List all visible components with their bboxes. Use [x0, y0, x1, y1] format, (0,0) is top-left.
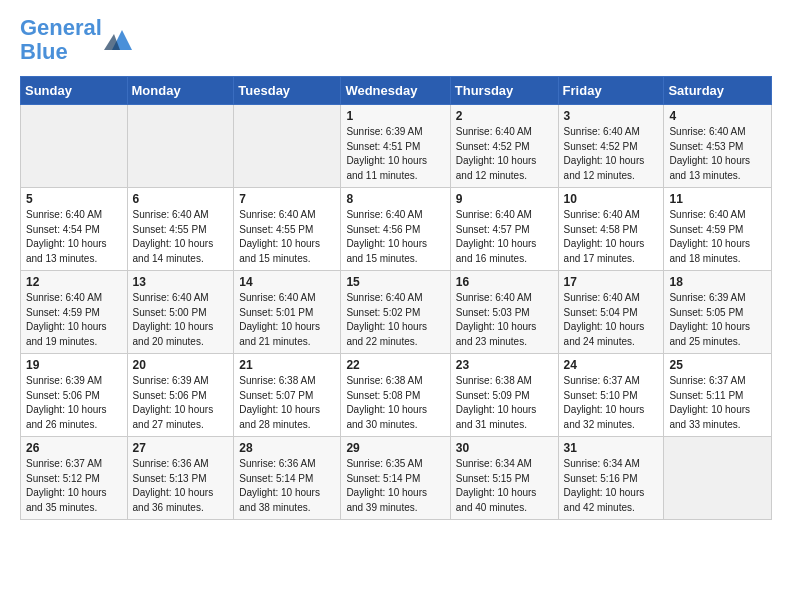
day-info: Sunrise: 6:38 AM Sunset: 5:07 PM Dayligh… [239, 374, 335, 432]
calendar-cell: 30Sunrise: 6:34 AM Sunset: 5:15 PM Dayli… [450, 437, 558, 520]
calendar-cell: 4Sunrise: 6:40 AM Sunset: 4:53 PM Daylig… [664, 105, 772, 188]
day-number: 3 [564, 109, 659, 123]
calendar-cell: 14Sunrise: 6:40 AM Sunset: 5:01 PM Dayli… [234, 271, 341, 354]
calendar-week-5: 26Sunrise: 6:37 AM Sunset: 5:12 PM Dayli… [21, 437, 772, 520]
calendar-cell [664, 437, 772, 520]
col-header-wednesday: Wednesday [341, 77, 450, 105]
day-number: 26 [26, 441, 122, 455]
page-container: General Blue SundayMondayTuesdayWednesda… [0, 0, 792, 536]
day-info: Sunrise: 6:40 AM Sunset: 4:56 PM Dayligh… [346, 208, 444, 266]
day-info: Sunrise: 6:34 AM Sunset: 5:16 PM Dayligh… [564, 457, 659, 515]
day-number: 1 [346, 109, 444, 123]
calendar-cell: 25Sunrise: 6:37 AM Sunset: 5:11 PM Dayli… [664, 354, 772, 437]
day-info: Sunrise: 6:39 AM Sunset: 5:06 PM Dayligh… [26, 374, 122, 432]
day-info: Sunrise: 6:36 AM Sunset: 5:13 PM Dayligh… [133, 457, 229, 515]
day-info: Sunrise: 6:40 AM Sunset: 5:02 PM Dayligh… [346, 291, 444, 349]
logo: General Blue [20, 16, 136, 64]
day-number: 19 [26, 358, 122, 372]
logo-text: General Blue [20, 16, 102, 64]
day-number: 30 [456, 441, 553, 455]
col-header-monday: Monday [127, 77, 234, 105]
col-header-thursday: Thursday [450, 77, 558, 105]
calendar-cell: 21Sunrise: 6:38 AM Sunset: 5:07 PM Dayli… [234, 354, 341, 437]
day-info: Sunrise: 6:40 AM Sunset: 4:55 PM Dayligh… [133, 208, 229, 266]
calendar-body: 1Sunrise: 6:39 AM Sunset: 4:51 PM Daylig… [21, 105, 772, 520]
day-number: 8 [346, 192, 444, 206]
calendar-week-2: 5Sunrise: 6:40 AM Sunset: 4:54 PM Daylig… [21, 188, 772, 271]
col-header-tuesday: Tuesday [234, 77, 341, 105]
calendar-cell: 1Sunrise: 6:39 AM Sunset: 4:51 PM Daylig… [341, 105, 450, 188]
calendar-cell [234, 105, 341, 188]
day-number: 9 [456, 192, 553, 206]
calendar-cell [127, 105, 234, 188]
calendar-week-4: 19Sunrise: 6:39 AM Sunset: 5:06 PM Dayli… [21, 354, 772, 437]
calendar-cell: 20Sunrise: 6:39 AM Sunset: 5:06 PM Dayli… [127, 354, 234, 437]
day-number: 14 [239, 275, 335, 289]
logo-icon [104, 26, 136, 54]
page-header: General Blue [20, 16, 772, 64]
day-number: 12 [26, 275, 122, 289]
day-number: 25 [669, 358, 766, 372]
calendar-cell: 18Sunrise: 6:39 AM Sunset: 5:05 PM Dayli… [664, 271, 772, 354]
calendar-week-1: 1Sunrise: 6:39 AM Sunset: 4:51 PM Daylig… [21, 105, 772, 188]
day-number: 6 [133, 192, 229, 206]
calendar-cell: 31Sunrise: 6:34 AM Sunset: 5:16 PM Dayli… [558, 437, 664, 520]
day-number: 29 [346, 441, 444, 455]
day-number: 13 [133, 275, 229, 289]
day-number: 5 [26, 192, 122, 206]
calendar-cell: 13Sunrise: 6:40 AM Sunset: 5:00 PM Dayli… [127, 271, 234, 354]
day-number: 2 [456, 109, 553, 123]
calendar-cell: 22Sunrise: 6:38 AM Sunset: 5:08 PM Dayli… [341, 354, 450, 437]
calendar-cell: 27Sunrise: 6:36 AM Sunset: 5:13 PM Dayli… [127, 437, 234, 520]
col-header-sunday: Sunday [21, 77, 128, 105]
day-number: 4 [669, 109, 766, 123]
day-info: Sunrise: 6:40 AM Sunset: 4:59 PM Dayligh… [669, 208, 766, 266]
day-number: 27 [133, 441, 229, 455]
day-number: 20 [133, 358, 229, 372]
day-info: Sunrise: 6:37 AM Sunset: 5:10 PM Dayligh… [564, 374, 659, 432]
day-number: 11 [669, 192, 766, 206]
day-info: Sunrise: 6:40 AM Sunset: 4:58 PM Dayligh… [564, 208, 659, 266]
calendar-cell: 23Sunrise: 6:38 AM Sunset: 5:09 PM Dayli… [450, 354, 558, 437]
day-number: 10 [564, 192, 659, 206]
day-info: Sunrise: 6:40 AM Sunset: 4:59 PM Dayligh… [26, 291, 122, 349]
calendar-cell: 15Sunrise: 6:40 AM Sunset: 5:02 PM Dayli… [341, 271, 450, 354]
calendar-header-row: SundayMondayTuesdayWednesdayThursdayFrid… [21, 77, 772, 105]
day-info: Sunrise: 6:39 AM Sunset: 5:05 PM Dayligh… [669, 291, 766, 349]
logo-blue: Blue [20, 39, 68, 64]
day-info: Sunrise: 6:35 AM Sunset: 5:14 PM Dayligh… [346, 457, 444, 515]
calendar-cell: 24Sunrise: 6:37 AM Sunset: 5:10 PM Dayli… [558, 354, 664, 437]
col-header-saturday: Saturday [664, 77, 772, 105]
calendar-cell: 3Sunrise: 6:40 AM Sunset: 4:52 PM Daylig… [558, 105, 664, 188]
calendar-cell: 12Sunrise: 6:40 AM Sunset: 4:59 PM Dayli… [21, 271, 128, 354]
day-number: 15 [346, 275, 444, 289]
day-info: Sunrise: 6:40 AM Sunset: 4:54 PM Dayligh… [26, 208, 122, 266]
calendar-cell [21, 105, 128, 188]
calendar-cell: 8Sunrise: 6:40 AM Sunset: 4:56 PM Daylig… [341, 188, 450, 271]
calendar-cell: 6Sunrise: 6:40 AM Sunset: 4:55 PM Daylig… [127, 188, 234, 271]
calendar-cell: 10Sunrise: 6:40 AM Sunset: 4:58 PM Dayli… [558, 188, 664, 271]
calendar-cell: 16Sunrise: 6:40 AM Sunset: 5:03 PM Dayli… [450, 271, 558, 354]
day-info: Sunrise: 6:39 AM Sunset: 5:06 PM Dayligh… [133, 374, 229, 432]
day-number: 7 [239, 192, 335, 206]
day-info: Sunrise: 6:39 AM Sunset: 4:51 PM Dayligh… [346, 125, 444, 183]
calendar-week-3: 12Sunrise: 6:40 AM Sunset: 4:59 PM Dayli… [21, 271, 772, 354]
calendar-cell: 17Sunrise: 6:40 AM Sunset: 5:04 PM Dayli… [558, 271, 664, 354]
day-info: Sunrise: 6:40 AM Sunset: 4:57 PM Dayligh… [456, 208, 553, 266]
calendar-cell: 9Sunrise: 6:40 AM Sunset: 4:57 PM Daylig… [450, 188, 558, 271]
day-number: 21 [239, 358, 335, 372]
calendar-cell: 19Sunrise: 6:39 AM Sunset: 5:06 PM Dayli… [21, 354, 128, 437]
col-header-friday: Friday [558, 77, 664, 105]
day-info: Sunrise: 6:40 AM Sunset: 4:53 PM Dayligh… [669, 125, 766, 183]
day-info: Sunrise: 6:37 AM Sunset: 5:12 PM Dayligh… [26, 457, 122, 515]
day-info: Sunrise: 6:40 AM Sunset: 4:55 PM Dayligh… [239, 208, 335, 266]
calendar-cell: 11Sunrise: 6:40 AM Sunset: 4:59 PM Dayli… [664, 188, 772, 271]
day-number: 24 [564, 358, 659, 372]
logo-general: General [20, 15, 102, 40]
day-number: 18 [669, 275, 766, 289]
day-info: Sunrise: 6:38 AM Sunset: 5:08 PM Dayligh… [346, 374, 444, 432]
calendar-cell: 7Sunrise: 6:40 AM Sunset: 4:55 PM Daylig… [234, 188, 341, 271]
day-number: 17 [564, 275, 659, 289]
day-info: Sunrise: 6:38 AM Sunset: 5:09 PM Dayligh… [456, 374, 553, 432]
day-info: Sunrise: 6:34 AM Sunset: 5:15 PM Dayligh… [456, 457, 553, 515]
